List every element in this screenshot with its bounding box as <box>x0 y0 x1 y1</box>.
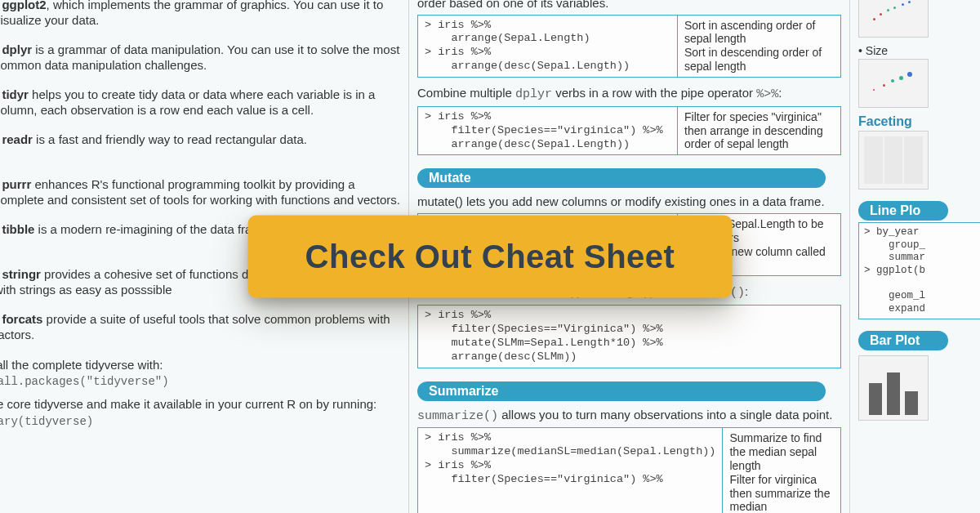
mutate-desc: mutate() lets you add new columns or mod… <box>417 194 841 210</box>
pkg-row-purrr: urrr • purrr enhances R's functional pro… <box>0 177 400 209</box>
install-code: install.packages("tidyverse") <box>0 375 400 388</box>
pkg-name: readr <box>2 132 33 146</box>
pkg-desc: is a modern re-imagining of the data fra… <box>34 222 272 236</box>
pkg-name: stringr <box>2 267 41 281</box>
pkg-desc: enhances R's functional programming tool… <box>0 177 400 207</box>
pill-barplot: Bar Plot <box>858 331 948 350</box>
pkg-row-ggplot2: plot2 • ggplot2, which implements the gr… <box>0 0 400 29</box>
code: > iris %>% summarize(medianSL=median(Sep… <box>418 428 722 513</box>
install-line: an install the complete tidyverse with: <box>0 357 400 373</box>
pkg-row-tidyr: dyr • tidyr helps you to create tidy dat… <box>0 87 400 119</box>
pkg-name: tibble <box>2 222 34 236</box>
pkg-name: ggplot2 <box>2 0 46 11</box>
facet-thumb <box>858 131 929 190</box>
pkg-name: tidyr <box>2 87 29 101</box>
pkg-desc: provide a suite of useful tools that sol… <box>0 312 390 341</box>
pkg-desc: is a grammar of data manipulation. You c… <box>0 42 399 72</box>
load-line: load the core tidyverse and make it avai… <box>0 396 400 413</box>
pkg-desc: helps you to create tidy data or data wh… <box>0 87 375 117</box>
bullet-size: • Size <box>858 44 980 57</box>
pill-lineplot: Line Plo <box>858 201 948 221</box>
lineplot-code: > by_year group_ summar > ggplot(b geom_… <box>858 222 980 319</box>
load-code: library(tidyverse) <box>0 415 400 428</box>
barplot-thumb <box>858 355 929 421</box>
arrange-desc: arrange() sorts the observations in a da… <box>417 0 841 11</box>
summarize-desc: summarize() allows you to turn many obse… <box>417 408 841 425</box>
codebox-summarize: > iris %>% summarize(medianSL=median(Sep… <box>417 427 841 513</box>
code: > iris %>% filter(Species=="Virginica") … <box>418 306 840 368</box>
pill-summarize: Summarize <box>417 381 826 401</box>
combine-desc: Combine multiple dplyr verbs in a row wi… <box>417 86 841 103</box>
codebox-arrange: > iris %>% arrange(Sepal.Length) > iris … <box>417 15 841 78</box>
cta-button[interactable]: Check Out Cheat Sheet <box>248 216 733 298</box>
pkg-row-dplyr: plyr • dplyr is a grammar of data manipu… <box>0 42 400 74</box>
codebox-combine1: > iris %>% filter(Species=="virginica") … <box>417 106 841 156</box>
code: > iris %>% filter(Species=="virginica") … <box>418 107 677 155</box>
label-faceting: Faceting <box>858 114 980 129</box>
note: Sort in ascending order of sepal length … <box>677 16 840 78</box>
cta-label: Check Out Cheat Sheet <box>305 239 675 275</box>
note: Summarize to find the median sepal lengt… <box>722 428 840 513</box>
pkg-name: dplyr <box>2 42 32 56</box>
code: > iris %>% arrange(Sepal.Length) > iris … <box>418 16 677 78</box>
note: Filter for species "virginica" then arra… <box>677 107 840 155</box>
pkg-desc: , which implements the grammar of graphi… <box>0 0 383 27</box>
pkg-name: forcats <box>2 312 42 326</box>
plots-column: • Color • Size Faceting Line Plo > by_ye… <box>849 0 980 513</box>
pkg-name: purrr <box>2 177 31 191</box>
codebox-combine2: > iris %>% filter(Species=="Virginica") … <box>417 305 841 368</box>
pkg-row-readr: adr • readr is a fast and friendly way t… <box>0 132 400 164</box>
pkg-row-forcats: rcats • forcats provide a suite of usefu… <box>0 312 400 344</box>
scatter-color-thumb <box>858 0 929 38</box>
scatter-size-thumb <box>858 59 929 108</box>
pill-mutate: Mutate <box>417 168 826 188</box>
pkg-desc: is a fast and friendly way to read recta… <box>33 132 307 146</box>
